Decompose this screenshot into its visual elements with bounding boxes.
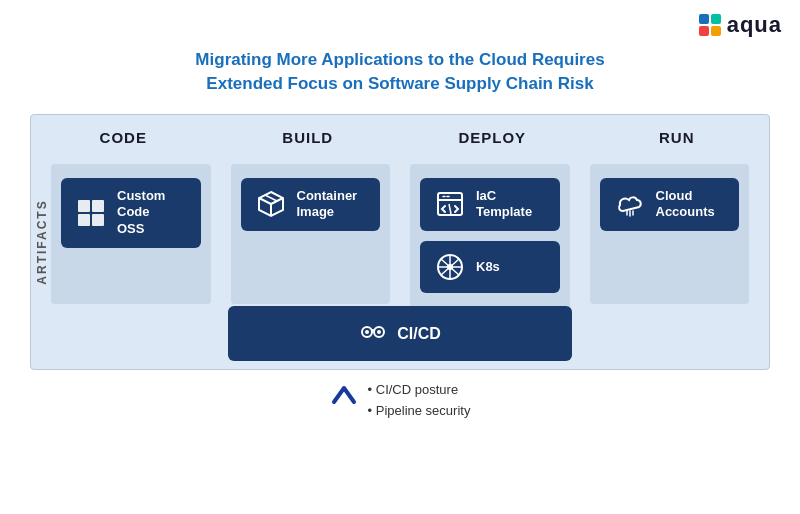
column-deploy: IaC Template	[400, 156, 580, 320]
column-headers: CODE BUILD DEPLOY RUN	[31, 115, 769, 156]
svg-rect-2	[699, 26, 709, 36]
diagram: ARTIFACTS CODE BUILD DEPLOY RUN	[30, 114, 770, 371]
cicd-label: CI/CD	[397, 325, 441, 343]
outer-box: ARTIFACTS CODE BUILD DEPLOY RUN	[30, 114, 770, 371]
cloud-icon	[614, 188, 646, 220]
footer-bullets: • CI/CD posture • Pipeline security	[368, 380, 471, 422]
column-deploy-inner: IaC Template	[410, 164, 570, 312]
column-build: Container Image	[221, 156, 401, 320]
col-header-run: RUN	[585, 115, 770, 156]
artifact-cloud-accounts: Cloud Accounts	[600, 178, 740, 232]
svg-rect-4	[78, 200, 90, 212]
col-header-build: BUILD	[216, 115, 401, 156]
k8s-icon	[434, 251, 466, 283]
k8s-label: K8s	[476, 259, 500, 276]
column-code-inner: Custom Code OSS	[51, 164, 211, 304]
iac-template-label: IaC Template	[476, 188, 546, 222]
footer-bullet2: • Pipeline security	[368, 401, 471, 422]
iac-icon	[434, 188, 466, 220]
svg-point-23	[447, 264, 453, 270]
custom-code-oss-label: Custom Code OSS	[117, 188, 187, 239]
svg-rect-5	[92, 200, 104, 212]
col-header-deploy: DEPLOY	[400, 115, 585, 156]
svg-line-12	[265, 195, 277, 201]
column-run-inner: Cloud Accounts	[590, 164, 750, 304]
page-title: Migrating More Applications to the Cloud…	[195, 48, 604, 96]
artifact-k8s: K8s	[420, 241, 560, 293]
chevron-up-icon	[330, 382, 358, 410]
svg-point-27	[377, 330, 381, 334]
svg-line-9	[259, 198, 271, 204]
title-line2: Extended Focus on Software Supply Chain …	[195, 72, 604, 96]
col-header-code: CODE	[31, 115, 216, 156]
artifacts-label: ARTIFACTS	[35, 199, 49, 284]
svg-rect-0	[699, 14, 709, 24]
svg-rect-3	[711, 26, 721, 36]
svg-point-26	[365, 330, 369, 334]
page: aqua Migrating More Applications to the …	[0, 0, 800, 514]
artifact-container-image: Container Image	[241, 178, 381, 232]
svg-rect-6	[78, 214, 90, 226]
footer-area: • CI/CD posture • Pipeline security	[330, 380, 471, 422]
column-code: Custom Code OSS	[41, 156, 221, 320]
svg-rect-1	[711, 14, 721, 24]
grid-icon	[75, 197, 107, 229]
cloud-accounts-label: Cloud Accounts	[656, 188, 715, 222]
cicd-bar: CI/CD	[228, 306, 573, 361]
svg-line-17	[449, 204, 451, 214]
footer-bullet1: • CI/CD posture	[368, 380, 471, 401]
logo-area: aqua	[699, 12, 782, 38]
svg-rect-7	[92, 214, 104, 226]
title-line1: Migrating More Applications to the Cloud…	[195, 48, 604, 72]
column-build-inner: Container Image	[231, 164, 391, 304]
box-icon	[255, 188, 287, 220]
artifact-iac-template: IaC Template	[420, 178, 560, 232]
container-image-label: Container Image	[297, 188, 358, 222]
cicd-bar-wrapper: CI/CD	[41, 306, 759, 361]
logo-text: aqua	[727, 12, 782, 38]
aqua-logo-icon	[699, 14, 721, 36]
column-run: Cloud Accounts	[580, 156, 760, 320]
artifact-custom-code-oss: Custom Code OSS	[61, 178, 201, 249]
cicd-icon	[359, 318, 387, 349]
